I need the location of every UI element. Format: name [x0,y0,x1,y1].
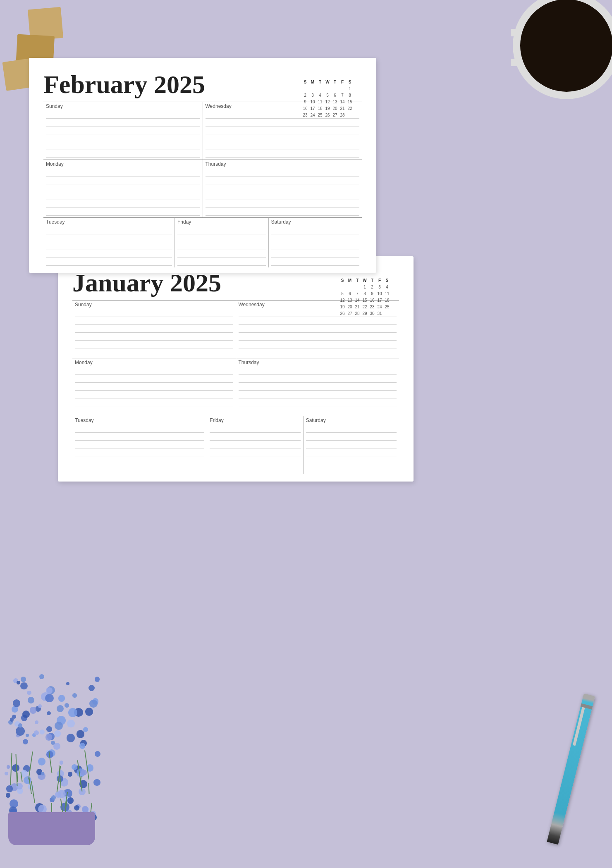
thursday-lines [206,169,360,216]
flower-dot [27,691,31,695]
flower-dot [67,734,75,742]
friday-label: Friday [177,219,266,225]
flower-dot [38,758,45,765]
flower-dot [55,722,63,730]
monday-lines [46,169,200,216]
jan-friday-label: Friday [210,417,300,423]
coffee-cup [513,0,612,99]
coffee-liquid [520,0,612,92]
flower-dot [83,727,88,732]
pen-clip [573,705,586,746]
flower-dot [68,772,72,776]
sunday-label: Sunday [46,103,200,109]
cell-monday: Monday [43,160,203,217]
flower-dot [5,772,8,775]
flower-dot [60,761,64,765]
jan-sunday-label: Sunday [75,302,233,308]
flower-dot [67,720,75,727]
jan-thursday-lines [239,367,397,414]
flower-dot [30,707,36,713]
flower-dot [41,772,44,775]
jan-tuesday-label: Tuesday [75,417,204,423]
flower-dot [54,730,61,737]
flower-dot [21,677,26,682]
row-tue-fri-sat: Tuesday Friday [43,217,362,267]
jan-saturday-label: Saturday [306,417,397,423]
jan-cell-friday: Friday [207,416,303,474]
flower-dot [23,739,28,744]
flower-dot [93,779,100,786]
flower-dot [7,765,10,769]
flower-stem [88,783,89,794]
cell-sunday: Sunday [43,102,203,160]
flower-dot [89,700,98,708]
january-page: January 2025 SMTWTFS 1234 567891011 1213… [58,256,414,482]
flower-dot [47,711,50,715]
flower-dot [68,708,77,717]
jan-cell-monday: Monday [72,358,236,416]
flower-dot [74,805,79,811]
jan-row-tue-fri-sat: Tuesday Friday [72,416,399,474]
tuesday-lines [46,227,172,266]
jan-tuesday-lines [75,425,204,464]
february-week-grid: Sunday Wednesday [43,102,362,265]
flower-dot [45,734,52,740]
flower-dot [13,699,20,707]
flower-dot [40,730,45,734]
sunday-lines [46,111,200,158]
february-page: February 2025 SMTWTFS 1 2345678 91011121… [29,58,376,273]
flower-dot [16,727,25,736]
jan-sunday-lines [75,309,233,356]
flower-dot [95,677,100,682]
monday-label: Monday [46,161,200,167]
flower-dot [22,711,30,718]
jan-cell-saturday: Saturday [303,416,399,474]
thursday-label: Thursday [206,161,360,167]
jan-saturday-lines [306,425,397,464]
flower-dot [65,703,69,708]
jan-row-mon-thu: Monday Thursday [72,358,399,416]
friday-lines [177,227,266,266]
flower-dot [72,764,77,770]
flower-dot [35,720,38,724]
flower-dot [79,743,86,749]
jan-monday-lines [75,367,233,414]
january-week-grid: Sunday Wednesday [72,300,399,474]
flower-dot [66,682,69,685]
flower-dot [88,685,95,691]
cell-tuesday: Tuesday [43,218,175,267]
flower-dot [39,674,44,679]
flower-dot [57,705,64,713]
flower-dot [81,770,87,776]
flower-dot [20,682,28,690]
flower-dot [10,718,14,721]
jan-cell-thursday: Thursday [236,358,399,416]
january-mini-calendar: SMTWTFS 1234 567891011 12131415161718 19… [339,277,391,317]
cell-friday: Friday [175,218,268,267]
flower-dot [28,697,34,703]
flower-basket [8,812,95,845]
flower-dot [38,704,42,708]
cell-thursday: Thursday [203,160,362,217]
flower-dot [58,695,65,702]
flower-dot [95,751,100,757]
flower-dot [67,797,74,804]
jan-monday-label: Monday [75,360,233,365]
flower-dot [46,726,52,732]
jan-friday-lines [210,425,300,464]
flower-dot [17,681,20,684]
flower-dot [45,694,54,703]
flower-stem [29,751,33,780]
flower-dot [34,730,39,735]
cell-saturday: Saturday [268,218,362,267]
saturday-lines [271,227,360,266]
february-mini-calendar: SMTWTFS 1 2345678 9101112131415 16171819… [301,79,354,118]
flower-dot [26,734,29,737]
pen [547,694,595,845]
saturday-label: Saturday [271,219,360,225]
jan-thursday-label: Thursday [239,360,397,365]
flower-dot [6,785,13,792]
flower-dot [46,687,53,694]
row-mon-thu: Monday Thursday [43,160,362,217]
flower-dot [6,793,11,798]
